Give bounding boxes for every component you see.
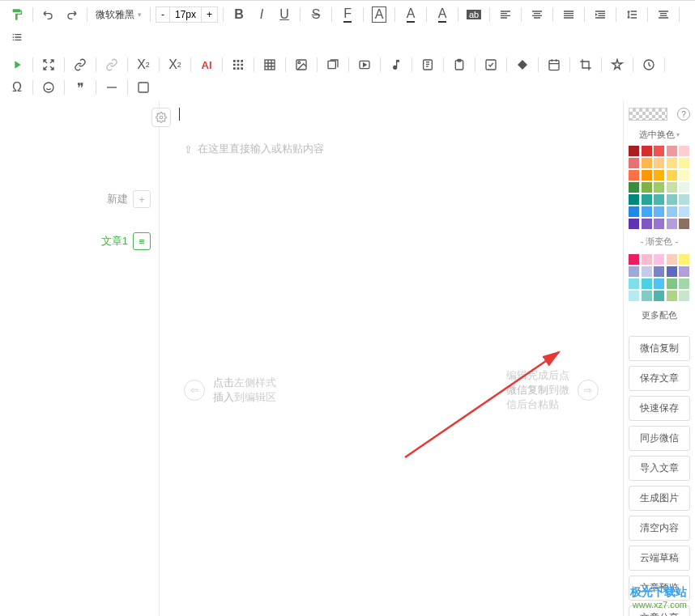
gradient-swatch[interactable]: [629, 291, 639, 301]
text-color-a-icon[interactable]: A: [400, 4, 421, 25]
align-justify-icon[interactable]: [558, 4, 579, 25]
save-article-button[interactable]: 保存文章: [629, 366, 690, 391]
time-icon[interactable]: [638, 54, 659, 75]
color-swatch[interactable]: [629, 146, 639, 156]
gradient-swatch[interactable]: [629, 254, 639, 265]
bg-color-icon[interactable]: ab: [463, 4, 484, 25]
omega-icon[interactable]: Ω: [6, 77, 28, 98]
color-swatch[interactable]: [629, 206, 639, 217]
color-swatch[interactable]: [642, 206, 652, 217]
editor-area[interactable]: ⇧ 在这里直接输入或粘贴内容 ⇦ 点击左侧样式 插入到编辑区 编辑完成后点 微信…: [159, 101, 624, 616]
spacing-icon[interactable]: [653, 4, 674, 25]
font-size-stepper[interactable]: - 17px +: [156, 6, 218, 23]
clear-content-button[interactable]: 清空内容: [629, 516, 690, 541]
color-swatch[interactable]: [642, 219, 652, 229]
color-swatch[interactable]: [667, 219, 677, 229]
font-family-select[interactable]: 微软雅黑: [92, 6, 145, 23]
gradient-swatch[interactable]: [654, 278, 664, 289]
strikethrough-icon[interactable]: S: [305, 4, 326, 25]
audio-icon[interactable]: [386, 54, 407, 75]
color-swatch[interactable]: [667, 194, 677, 205]
gradient-swatch[interactable]: [667, 291, 677, 301]
gradient-swatch[interactable]: [679, 278, 689, 289]
bold-icon[interactable]: B: [228, 4, 249, 25]
color-swatch[interactable]: [679, 194, 689, 205]
subscript-icon[interactable]: X2: [164, 54, 185, 75]
color-swatch[interactable]: [667, 206, 677, 217]
quote-icon[interactable]: ❞: [70, 77, 91, 98]
color-swatch[interactable]: [679, 146, 689, 156]
cloud-draft-button[interactable]: 云端草稿: [629, 546, 690, 571]
color-swatch[interactable]: [679, 170, 689, 181]
color-swatch[interactable]: [642, 182, 652, 193]
more-colors-button[interactable]: 更多配色: [629, 306, 690, 325]
color-swatch[interactable]: [667, 170, 677, 181]
gradient-swatch[interactable]: [667, 278, 677, 289]
divider-icon[interactable]: [101, 77, 122, 98]
checkbox-icon[interactable]: [480, 54, 501, 75]
color-swatch[interactable]: [642, 146, 652, 156]
table-icon[interactable]: [259, 54, 280, 75]
sidebar-item-article[interactable]: 文章1 ≡: [101, 232, 159, 250]
align-left-icon[interactable]: [495, 4, 516, 25]
expand-icon[interactable]: [38, 54, 59, 75]
gradient-swatch[interactable]: [629, 278, 639, 289]
superscript-icon[interactable]: X2: [133, 54, 154, 75]
color-swatch[interactable]: [654, 194, 664, 205]
color-swatch[interactable]: [667, 182, 677, 193]
gradient-swatch[interactable]: [667, 266, 677, 277]
gradient-swatch[interactable]: [642, 254, 652, 265]
undo-icon[interactable]: [38, 4, 59, 25]
font-size-plus[interactable]: +: [202, 7, 217, 22]
gradient-swatch[interactable]: [654, 266, 664, 277]
color-swatch[interactable]: [654, 219, 664, 229]
color-swatch[interactable]: [667, 146, 677, 156]
gradient-swatch[interactable]: [642, 291, 652, 301]
transparent-swatch[interactable]: [629, 108, 667, 121]
ai-icon[interactable]: AI: [196, 54, 217, 75]
font-box-icon[interactable]: A: [369, 4, 390, 25]
wechat-copy-button[interactable]: 微信复制: [629, 336, 690, 361]
gradient-swatch[interactable]: [654, 254, 664, 265]
link-icon[interactable]: [70, 54, 91, 75]
calendar-icon[interactable]: [544, 54, 565, 75]
gradient-swatch[interactable]: [679, 254, 689, 265]
font-size-minus[interactable]: -: [156, 7, 169, 22]
color-swatch[interactable]: [654, 158, 664, 168]
gradient-swatch[interactable]: [667, 254, 677, 265]
clipboard-icon[interactable]: [449, 54, 470, 75]
font-color-icon[interactable]: F: [337, 4, 358, 25]
color-swatch[interactable]: [629, 158, 639, 168]
underline-icon[interactable]: U: [274, 4, 295, 25]
gen-image-button[interactable]: 生成图片: [629, 486, 690, 511]
help-icon[interactable]: ?: [677, 108, 690, 121]
crop-icon[interactable]: [575, 54, 596, 75]
color-swatch[interactable]: [629, 194, 639, 205]
format-brush-icon[interactable]: [6, 4, 28, 25]
redo-icon[interactable]: [61, 4, 82, 25]
tag-icon[interactable]: [512, 54, 533, 75]
gradient-swatch[interactable]: [629, 266, 639, 277]
gallery-icon[interactable]: [322, 54, 343, 75]
color-swatch[interactable]: [654, 170, 664, 181]
indent-icon[interactable]: [590, 4, 611, 25]
insert-green-icon[interactable]: [6, 54, 28, 75]
list-icon[interactable]: [6, 27, 28, 48]
quick-save-button[interactable]: 快速保存: [629, 396, 690, 421]
color-swatch[interactable]: [654, 182, 664, 193]
color-swatch[interactable]: [629, 170, 639, 181]
gradient-swatch[interactable]: [642, 278, 652, 289]
gradient-swatch[interactable]: [654, 291, 664, 301]
color-swatch[interactable]: [642, 158, 652, 168]
sync-wechat-button[interactable]: 同步微信: [629, 426, 690, 451]
emoji-icon[interactable]: [38, 77, 59, 98]
select-color-label[interactable]: 选中换色: [629, 129, 690, 141]
color-swatch[interactable]: [679, 206, 689, 217]
gear-icon[interactable]: [151, 108, 171, 127]
color-swatch[interactable]: [642, 194, 652, 205]
pattern-icon[interactable]: [228, 54, 249, 75]
gradient-swatch[interactable]: [679, 266, 689, 277]
more-icon[interactable]: [133, 77, 154, 98]
unlink-icon[interactable]: [101, 54, 122, 75]
color-swatch[interactable]: [654, 206, 664, 217]
